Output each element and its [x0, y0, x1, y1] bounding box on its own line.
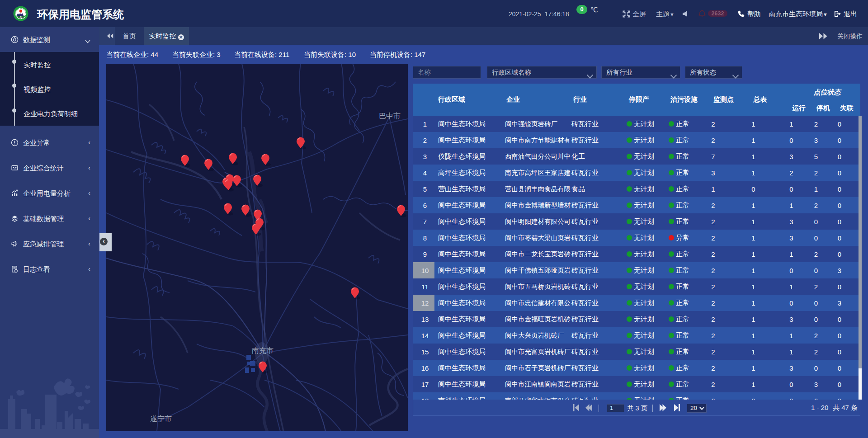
svg-text:遂宁市: 遂宁市 — [150, 415, 172, 423]
svg-text:2632: 2632 — [712, 10, 724, 17]
svg-text:南充市: 南充市 — [252, 347, 274, 354]
svg-text:巴中市: 巴中市 — [379, 112, 401, 120]
